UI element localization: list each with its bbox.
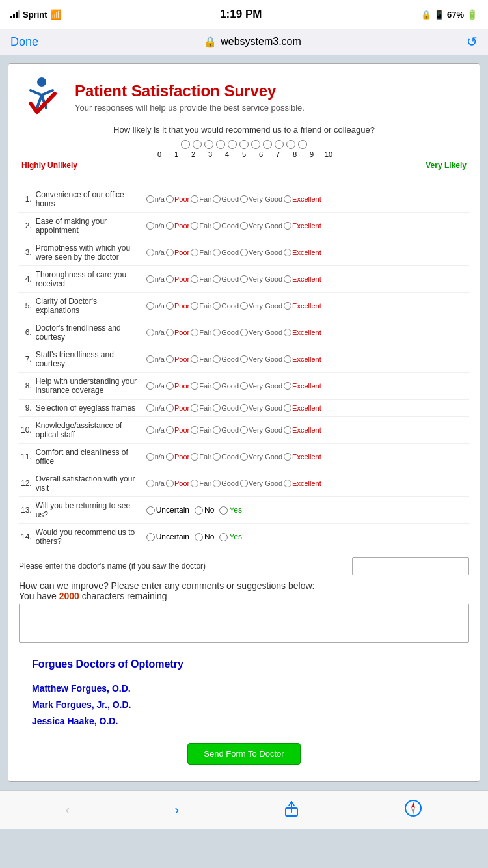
option-na[interactable]: n/a <box>146 382 165 390</box>
radio-fair[interactable] <box>191 426 198 434</box>
option-poor[interactable]: Poor <box>166 195 189 203</box>
radio-excellent[interactable] <box>284 329 291 336</box>
option-verygood[interactable]: Very Good <box>240 382 282 390</box>
option-fair[interactable]: Fair <box>191 275 211 283</box>
option-verygood[interactable]: Very Good <box>240 302 282 310</box>
option-uncertain[interactable]: Uncertain <box>146 506 189 515</box>
radio-excellent[interactable] <box>284 404 291 412</box>
option-poor[interactable]: Poor <box>166 275 189 283</box>
radio-poor[interactable] <box>166 480 174 487</box>
option-verygood[interactable]: Very Good <box>240 480 282 487</box>
radio-na[interactable] <box>146 195 154 203</box>
radio-na[interactable] <box>146 275 154 283</box>
option-excellent[interactable]: Excellent <box>284 355 321 363</box>
option-poor[interactable]: Poor <box>166 480 189 487</box>
option-fair[interactable]: Fair <box>191 480 211 487</box>
option-fair[interactable]: Fair <box>191 222 211 230</box>
option-fair[interactable]: Fair <box>191 426 211 434</box>
radio-na[interactable] <box>146 249 154 256</box>
radio-uncertain[interactable] <box>146 533 155 541</box>
forward-button[interactable]: › <box>164 800 189 820</box>
option-verygood[interactable]: Very Good <box>240 222 282 230</box>
scale-radio-10[interactable] <box>298 140 307 149</box>
radio-verygood[interactable] <box>240 302 248 310</box>
radio-verygood[interactable] <box>240 355 248 363</box>
radio-yes[interactable] <box>219 506 228 515</box>
option-poor[interactable]: Poor <box>166 222 189 230</box>
option-fair[interactable]: Fair <box>191 453 211 461</box>
doctor-name-input[interactable] <box>352 557 469 575</box>
radio-good[interactable] <box>213 329 221 336</box>
option-excellent[interactable]: Excellent <box>284 480 321 487</box>
option-poor[interactable]: Poor <box>166 382 189 390</box>
option-poor[interactable]: Poor <box>166 426 189 434</box>
radio-poor[interactable] <box>166 302 174 310</box>
scale-radio-8[interactable] <box>275 140 284 149</box>
radio-verygood[interactable] <box>240 404 248 412</box>
radio-verygood[interactable] <box>240 275 248 283</box>
option-poor[interactable]: Poor <box>166 404 189 412</box>
scale-radio-2[interactable] <box>204 140 213 149</box>
comments-textarea[interactable] <box>19 604 469 643</box>
option-excellent[interactable]: Excellent <box>284 329 321 336</box>
radio-poor[interactable] <box>166 404 174 412</box>
option-excellent[interactable]: Excellent <box>284 222 321 230</box>
option-poor[interactable]: Poor <box>166 453 189 461</box>
radio-na[interactable] <box>146 329 154 336</box>
done-button[interactable]: Done <box>10 35 38 49</box>
radio-na[interactable] <box>146 453 154 461</box>
radio-na[interactable] <box>146 222 154 230</box>
radio-excellent[interactable] <box>284 302 291 310</box>
option-good[interactable]: Good <box>213 329 239 336</box>
reload-button[interactable]: ↺ <box>467 34 478 49</box>
radio-verygood[interactable] <box>240 382 248 390</box>
option-excellent[interactable]: Excellent <box>284 426 321 434</box>
option-uncertain[interactable]: Uncertain <box>146 532 189 541</box>
option-na[interactable]: n/a <box>146 302 165 310</box>
option-yes[interactable]: Yes <box>219 532 242 541</box>
option-yes[interactable]: Yes <box>219 506 242 515</box>
radio-excellent[interactable] <box>284 275 291 283</box>
radio-fair[interactable] <box>191 355 198 363</box>
back-button[interactable]: ‹ <box>55 800 81 820</box>
scale-radio-3[interactable] <box>216 140 225 149</box>
radio-poor[interactable] <box>166 355 174 363</box>
radio-no[interactable] <box>195 506 203 515</box>
option-na[interactable]: n/a <box>146 275 165 283</box>
radio-verygood[interactable] <box>240 329 248 336</box>
option-fair[interactable]: Fair <box>191 355 211 363</box>
scale-radio-7[interactable] <box>263 140 272 149</box>
radio-excellent[interactable] <box>284 480 291 487</box>
option-fair[interactable]: Fair <box>191 249 211 256</box>
scale-radio-9[interactable] <box>286 140 295 149</box>
radio-fair[interactable] <box>191 275 198 283</box>
radio-na[interactable] <box>146 302 154 310</box>
option-na[interactable]: n/a <box>146 426 165 434</box>
option-fair[interactable]: Fair <box>191 302 211 310</box>
radio-good[interactable] <box>213 404 221 412</box>
option-verygood[interactable]: Very Good <box>240 453 282 461</box>
radio-uncertain[interactable] <box>146 506 155 515</box>
submit-button[interactable]: Send Form To Doctor <box>187 743 300 765</box>
option-good[interactable]: Good <box>213 382 239 390</box>
radio-fair[interactable] <box>191 329 198 336</box>
option-na[interactable]: n/a <box>146 355 165 363</box>
option-excellent[interactable]: Excellent <box>284 249 321 256</box>
radio-verygood[interactable] <box>240 195 248 203</box>
scale-radio-4[interactable] <box>228 140 237 149</box>
radio-verygood[interactable] <box>240 480 248 487</box>
radio-poor[interactable] <box>166 222 174 230</box>
option-excellent[interactable]: Excellent <box>284 195 321 203</box>
radio-yes[interactable] <box>219 533 228 541</box>
radio-excellent[interactable] <box>284 426 291 434</box>
option-poor[interactable]: Poor <box>166 302 189 310</box>
option-verygood[interactable]: Very Good <box>240 426 282 434</box>
option-poor[interactable]: Poor <box>166 355 189 363</box>
option-na[interactable]: n/a <box>146 404 165 412</box>
option-verygood[interactable]: Very Good <box>240 355 282 363</box>
scale-radio-0[interactable] <box>181 140 190 149</box>
option-fair[interactable]: Fair <box>191 382 211 390</box>
option-poor[interactable]: Poor <box>166 329 189 336</box>
option-verygood[interactable]: Very Good <box>240 195 282 203</box>
radio-poor[interactable] <box>166 426 174 434</box>
